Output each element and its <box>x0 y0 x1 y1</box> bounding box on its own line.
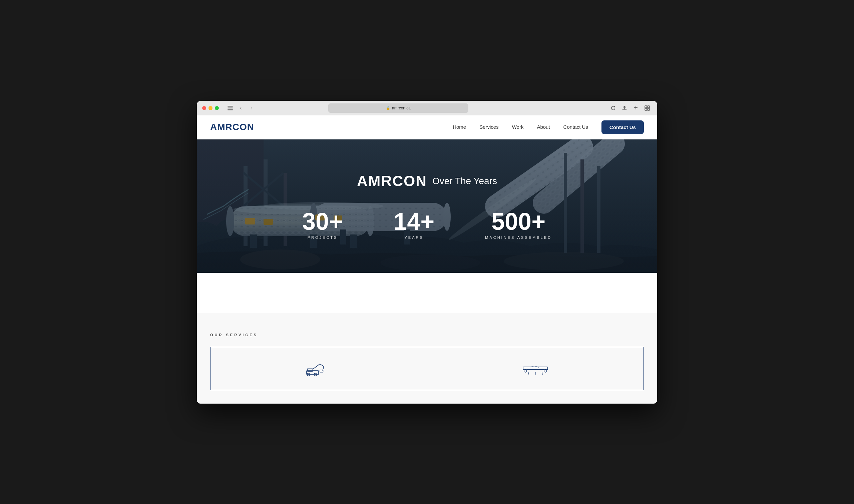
logo-text: AMRCON <box>210 122 254 132</box>
nav-item-services[interactable]: Services <box>479 124 499 130</box>
svg-point-57 <box>544 370 547 372</box>
stat-years-label: YEARS <box>394 235 434 239</box>
lock-icon: 🔒 <box>386 106 390 110</box>
browser-controls: ‹ › <box>225 104 256 112</box>
services-cards <box>210 347 644 390</box>
traffic-lights <box>202 106 219 110</box>
svg-line-48 <box>313 364 320 369</box>
new-tab-button[interactable]: + <box>631 103 640 113</box>
stat-projects: 30+ PROJECTS <box>302 210 343 239</box>
maximize-button[interactable] <box>215 106 219 110</box>
svg-line-49 <box>320 364 324 366</box>
service-card-1[interactable] <box>427 347 644 390</box>
nav-link-work[interactable]: Work <box>512 124 524 130</box>
svg-line-59 <box>528 372 528 375</box>
navbar-logo[interactable]: AMRCON <box>210 122 254 132</box>
url-text: amrcon.ca <box>392 106 411 110</box>
stat-machines-number: 500+ <box>485 210 552 233</box>
website-content: AMRCON Home Services Work About Contact … <box>197 115 657 403</box>
hero-content: AMRCON Over The Years 30+ PROJECTS 14+ Y… <box>197 140 657 273</box>
svg-rect-5 <box>645 108 647 110</box>
browser-titlebar: ‹ › 🔒 amrcon.ca + <box>197 101 657 115</box>
nav-item-home[interactable]: Home <box>453 124 466 130</box>
services-section: OUR SERVICES <box>197 313 657 403</box>
cta-button[interactable]: Contact Us <box>601 121 644 134</box>
browser-toolbar-right: + <box>608 103 652 113</box>
svg-rect-47 <box>308 368 313 371</box>
svg-point-56 <box>524 370 527 372</box>
forward-button[interactable]: › <box>247 104 256 112</box>
hero-title-area: AMRCON Over The Years <box>357 173 497 190</box>
browser-window: ‹ › 🔒 amrcon.ca + AMRCON <box>197 101 657 403</box>
hero-stats: 30+ PROJECTS 14+ YEARS 500+ MACHINES ASS… <box>277 210 577 239</box>
svg-rect-3 <box>645 106 647 108</box>
reload-button[interactable] <box>608 103 618 113</box>
sidebar-toggle-button[interactable] <box>225 104 235 112</box>
svg-rect-6 <box>648 108 650 110</box>
svg-rect-0 <box>228 106 233 107</box>
stat-machines-label: MACHINES ASSEMBLED <box>485 235 552 239</box>
spacer-section <box>197 273 657 313</box>
svg-rect-54 <box>523 367 547 370</box>
svg-line-61 <box>542 372 542 375</box>
mining-equipment-icon <box>305 361 332 376</box>
stat-years: 14+ YEARS <box>394 210 434 239</box>
navbar: AMRCON Home Services Work About Contact … <box>197 115 657 140</box>
nav-link-services[interactable]: Services <box>479 124 499 130</box>
stat-projects-label: PROJECTS <box>302 235 343 239</box>
services-header: OUR SERVICES <box>210 333 644 337</box>
nav-item-about[interactable]: About <box>537 124 550 130</box>
stat-projects-number: 30+ <box>302 210 343 233</box>
back-button[interactable]: ‹ <box>236 104 246 112</box>
nav-links: Home Services Work About Contact Us <box>453 124 588 130</box>
svg-rect-4 <box>648 106 650 108</box>
hero-section: AMRCON Over The Years 30+ PROJECTS 14+ Y… <box>197 140 657 273</box>
stat-years-number: 14+ <box>394 210 434 233</box>
share-button[interactable] <box>620 103 629 113</box>
svg-rect-1 <box>228 107 233 108</box>
nav-item-work[interactable]: Work <box>512 124 524 130</box>
stat-machines: 500+ MACHINES ASSEMBLED <box>485 210 552 239</box>
nav-link-about[interactable]: About <box>537 124 550 130</box>
hero-tagline: Over The Years <box>432 176 497 186</box>
conveyor-systems-icon <box>522 361 549 376</box>
address-bar[interactable]: 🔒 amrcon.ca <box>328 103 468 113</box>
hero-logo: AMRCON <box>357 173 427 190</box>
nav-link-home[interactable]: Home <box>453 124 466 130</box>
nav-link-contact[interactable]: Contact Us <box>563 124 588 130</box>
nav-item-contact[interactable]: Contact Us <box>563 124 588 130</box>
svg-rect-2 <box>228 109 233 110</box>
minimize-button[interactable] <box>208 106 213 110</box>
more-button[interactable] <box>642 103 652 113</box>
close-button[interactable] <box>202 106 206 110</box>
service-card-0[interactable] <box>210 347 427 390</box>
